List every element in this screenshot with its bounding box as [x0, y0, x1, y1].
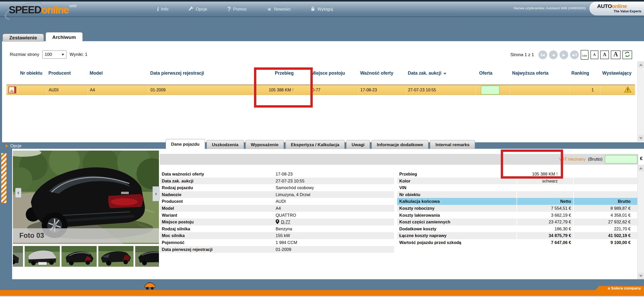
detail-row-miejsce-postoju: Miejsce postoju D-77: [160, 219, 394, 225]
cell-data-zak-aukcji: 27-07-23 10:55: [406, 85, 475, 95]
warning-icon[interactable]: [624, 86, 631, 94]
column-nr-obiektu[interactable]: Nr obiektu: [18, 71, 46, 76]
table-row[interactable]: AUDI A4 01-2009 105 388 KM ! D-77 17-08-…: [6, 85, 635, 95]
tab-zestawienie[interactable]: Zestawienie: [3, 34, 44, 42]
footer-bottom-strip: [0, 296, 644, 297]
column-oferta[interactable]: Oferta: [475, 71, 510, 76]
column-producent[interactable]: Producent: [46, 71, 88, 76]
vat-row: VAT nieznany (Brutto): [160, 154, 638, 165]
csv-export-button[interactable]: CSV: [581, 50, 589, 60]
kalkulacja-row-value-before-damage: Wartość pojazdu przed szkodą 7 647,06 € …: [397, 239, 638, 246]
photo-thumbnail[interactable]: [98, 246, 134, 267]
tab-uszkodzenia[interactable]: Uszkodzenia: [207, 140, 244, 149]
logo-online-text: online: [41, 4, 69, 16]
tab-dane-pojazdu[interactable]: Dane pojazdu: [166, 139, 205, 149]
detail-row: Pojemność1 984 CCM: [160, 239, 394, 246]
nav-nowosci[interactable]: ★ Nowości: [267, 6, 291, 12]
detail-row-vin: VIN: [397, 184, 638, 191]
brand-auto-text: AUTO: [597, 3, 612, 9]
nav-pomoc-label: Pomoc: [233, 7, 247, 12]
photo-next-button[interactable]: ›: [152, 186, 159, 201]
scroll-up-button[interactable]: [638, 165, 644, 171]
bid-amount-input[interactable]: [605, 155, 637, 163]
next-page-icon: ▶: [563, 53, 565, 57]
tab-uwagi[interactable]: Uwagi: [346, 140, 370, 149]
brutto-header: Brutto: [573, 198, 638, 205]
column-waznosc-oferty[interactable]: Ważność oferty: [358, 71, 406, 76]
photo-thumbnail[interactable]: [24, 246, 60, 267]
brand-online-text: online: [612, 3, 627, 9]
scroll-down-icon: [639, 137, 643, 139]
column-najwyzsza-oferta[interactable]: Najwyższa oferta: [510, 71, 569, 76]
column-data-zak-aukcji[interactable]: Data zak. aukcji: [406, 71, 475, 76]
nav-wyloguj[interactable]: Wyloguj: [311, 6, 333, 12]
kalkulacja-row: Koszt części zamiennych 23 472,79 € 27 9…: [397, 219, 638, 225]
photo-thumbnail-strip: [13, 246, 159, 267]
tab-ekspertyza-kalkulacja[interactable]: Ekspertyza / Kalkulacja: [285, 140, 345, 149]
username-label: Nazwa użytkownika: Autoland Willi (04985…: [514, 6, 586, 10]
cell-waznosc-oferty: 17-08-23: [358, 85, 406, 95]
font-size-small-button[interactable]: A: [590, 50, 598, 59]
results-scrollbar[interactable]: [637, 61, 644, 142]
page-size-label: Rozmiar strony: [10, 52, 39, 57]
tab-informacje-dodatkowe[interactable]: Informacje dodatkowe: [371, 140, 428, 149]
cell-nr-obiektu: [18, 85, 46, 95]
detail-row: WariantQUATTRO: [160, 212, 394, 219]
detail-row: Rodzaj silnikaBenzyna: [160, 225, 394, 232]
logo-speed-text: SPEED: [9, 4, 41, 16]
photo-thumbnail[interactable]: [13, 246, 23, 267]
first-page-button[interactable]: ◀: [538, 50, 547, 59]
column-wystawiajacy[interactable]: Wystawiający: [600, 71, 635, 76]
font-size-large-button[interactable]: A: [611, 50, 621, 59]
last-page-icon: ▶: [573, 53, 575, 57]
offer-input[interactable]: [481, 86, 499, 94]
page-size-select[interactable]: 100: [42, 50, 66, 59]
first-page-icon: [541, 53, 542, 56]
detail-row-kolor: Kolor schwarz: [397, 178, 638, 185]
nav-opcje[interactable]: Opcje: [189, 6, 207, 12]
scroll-down-button[interactable]: [638, 273, 644, 279]
refresh-button[interactable]: [622, 50, 632, 59]
cell-ranking: 1: [569, 85, 600, 95]
brand-tagline: The Value Experts: [597, 10, 641, 13]
font-size-medium-button[interactable]: A: [600, 50, 609, 59]
autoonline-brand-box: AUTOonline The Value Experts: [589, 2, 644, 15]
cell-wystawiajacy: [600, 85, 635, 95]
column-data-pierwszej-rejestracji[interactable]: Data pierwszej rejestracji: [148, 71, 252, 76]
top-navigation: i Info Opcje ? Pomoc ★ Nowości: [157, 6, 333, 13]
collapsed-sidebar-stripe[interactable]: [1, 153, 7, 203]
detail-scrollbar[interactable]: [637, 165, 644, 279]
options-toggle[interactable]: Opcje: [6, 143, 21, 148]
sort-descending-icon: [443, 73, 446, 75]
column-model[interactable]: Model: [88, 71, 148, 76]
logo-web-text: web: [69, 4, 77, 8]
prev-page-icon: ◀: [552, 53, 555, 57]
photo-prev-button[interactable]: ‹: [15, 188, 21, 198]
vat-brutto-label: (Brutto): [588, 157, 603, 162]
scroll-up-button[interactable]: [638, 61, 644, 68]
next-page-button[interactable]: ▶: [560, 50, 568, 59]
page-indicator: Strona 1 z 1: [510, 52, 534, 57]
scroll-down-button[interactable]: [638, 135, 644, 142]
column-przebieg[interactable]: Przebieg: [252, 71, 294, 76]
nav-info[interactable]: i Info: [157, 6, 168, 13]
detail-row: Moc silnika155 kW: [160, 232, 394, 239]
column-ranking[interactable]: Ranking: [569, 71, 600, 76]
parking-location-link[interactable]: D-77: [281, 220, 290, 224]
tab-wyposazenie[interactable]: Wyposażenie: [245, 140, 284, 149]
tab-internal-remarks[interactable]: Internal remarks: [430, 140, 475, 149]
vehicle-detail-panel: Foto 03 ‹ › VAT nieznany (Brutto): [12, 149, 644, 279]
photo-thumbnail[interactable]: [135, 246, 159, 267]
row-photo-cell[interactable]: [6, 85, 18, 95]
nav-pomoc[interactable]: ? Pomoc: [227, 6, 247, 13]
column-miejsce-postoju[interactable]: Miejsce postoju: [294, 71, 358, 76]
tab-archiwum[interactable]: Archiwum: [46, 32, 83, 42]
last-page-button[interactable]: ▶: [570, 50, 579, 59]
kalkulacja-header: Kalkulacja końcowa Netto Brutto: [397, 198, 638, 205]
prev-page-button[interactable]: ◀: [549, 50, 558, 59]
photo-thumbnail-icon: [9, 86, 16, 93]
scroll-down-icon: [639, 275, 643, 277]
detail-row: Data zak. aukcji27-07-23 10:55: [160, 178, 394, 185]
vehicle-data-right-column: Przebieg 105 388 KM! Kolor schwarz VIN N…: [397, 171, 638, 246]
photo-thumbnail[interactable]: [61, 246, 97, 267]
